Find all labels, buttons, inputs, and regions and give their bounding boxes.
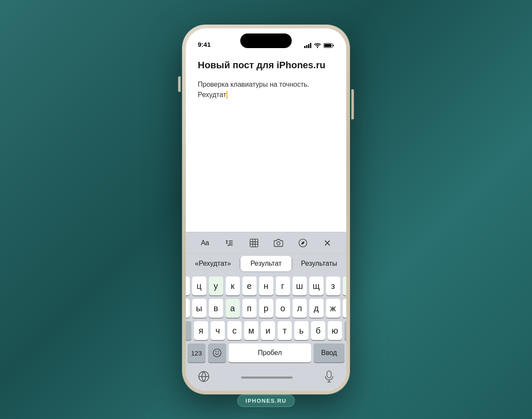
key-enter[interactable]: Ввод <box>314 343 345 362</box>
key-й[interactable]: й <box>186 276 190 295</box>
format-text-button[interactable]: Aa <box>197 235 213 251</box>
svg-rect-5 <box>333 45 334 46</box>
key-е[interactable]: е <box>242 276 257 295</box>
key-row-2: ф ы в а п р о л д ж э <box>187 299 345 318</box>
autocorrect-option1[interactable]: «Рехудтат» <box>187 256 239 271</box>
phone-frame: 9:41 <box>182 25 350 394</box>
key-з[interactable]: з <box>326 276 340 295</box>
close-toolbar-button[interactable] <box>320 235 335 251</box>
key-н[interactable]: н <box>259 276 273 295</box>
key-с[interactable]: с <box>227 321 242 340</box>
post-title: Новый пост для iPhones.ru <box>198 59 334 72</box>
svg-rect-1 <box>306 45 308 48</box>
keyboard: й ц у к е н г ш щ з х ф ы в а <box>186 273 346 367</box>
emoji-icon <box>212 348 222 358</box>
key-ш[interactable]: ш <box>293 276 307 295</box>
divider2 <box>292 258 293 269</box>
microphone-button[interactable] <box>324 370 334 384</box>
compass-button[interactable] <box>295 235 311 251</box>
key-и[interactable]: и <box>261 321 275 340</box>
globe-button[interactable] <box>198 370 210 384</box>
key-п[interactable]: п <box>242 299 257 318</box>
close-icon <box>323 238 332 248</box>
key-э[interactable]: э <box>343 299 347 318</box>
wifi-icon <box>314 43 321 48</box>
key-а[interactable]: а <box>226 299 240 318</box>
key-shift[interactable] <box>186 321 191 340</box>
status-icons <box>304 43 334 48</box>
key-row-1: й ц у к е н г ш щ з х <box>187 276 345 295</box>
home-indicator-spacer <box>241 376 293 379</box>
watermark-text: IPHONES.RU <box>245 398 287 404</box>
divider1 <box>239 258 240 269</box>
autocorrect-option3[interactable]: Результаты <box>293 256 345 271</box>
key-я[interactable]: я <box>194 321 208 340</box>
screen-content: Новый пост для iPhones.ru Проверка клави… <box>186 51 346 391</box>
key-emoji[interactable] <box>208 343 226 362</box>
key-row-4: 123 Пробел Ввод <box>187 343 345 362</box>
battery-icon <box>323 43 334 48</box>
text-line1: Проверка клавиатуры на точность. <box>198 81 309 88</box>
key-backspace[interactable] <box>345 321 346 340</box>
list-button[interactable] <box>222 235 237 251</box>
key-space[interactable]: Пробел <box>229 343 311 362</box>
content-area[interactable]: Новый пост для iPhones.ru Проверка клави… <box>186 51 346 232</box>
watermark-badge: IPHONES.RU <box>237 395 295 407</box>
post-text[interactable]: Проверка клавиатуры на точность. Рехудта… <box>198 79 334 232</box>
key-т[interactable]: т <box>278 321 292 340</box>
svg-point-17 <box>277 242 280 245</box>
key-ю[interactable]: ю <box>328 321 342 340</box>
key-р[interactable]: р <box>259 299 273 318</box>
key-ф[interactable]: ф <box>186 299 190 318</box>
key-б[interactable]: б <box>311 321 325 340</box>
key-ц[interactable]: ц <box>192 276 206 295</box>
key-у[interactable]: у <box>209 276 223 295</box>
key-ж[interactable]: ж <box>326 299 340 318</box>
list-icon <box>225 238 234 248</box>
shift-icon <box>186 327 186 334</box>
keyboard-toolbar: Aa <box>186 232 346 253</box>
svg-point-7 <box>226 240 227 242</box>
globe-icon <box>198 370 210 383</box>
signal-icon <box>304 43 311 48</box>
key-ь[interactable]: ь <box>294 321 308 340</box>
text-line2: Рехудтат <box>198 91 226 98</box>
key-г[interactable]: г <box>276 276 290 295</box>
key-о[interactable]: о <box>276 299 290 318</box>
key-в[interactable]: в <box>209 299 223 318</box>
svg-point-24 <box>213 349 221 357</box>
key-щ[interactable]: щ <box>309 276 323 295</box>
key-ч[interactable]: ч <box>211 321 225 340</box>
key-д[interactable]: д <box>309 299 323 318</box>
svg-rect-2 <box>308 44 309 48</box>
key-л[interactable]: л <box>293 299 307 318</box>
svg-rect-0 <box>304 46 305 48</box>
key-row-3: я ч с м и т ь б ю <box>187 321 345 340</box>
svg-rect-6 <box>324 44 332 47</box>
key-х[interactable]: х <box>343 276 347 295</box>
svg-point-8 <box>226 242 227 244</box>
key-numbers[interactable]: 123 <box>187 343 206 362</box>
dynamic-island <box>240 33 292 48</box>
key-м[interactable]: м <box>244 321 258 340</box>
camera-button[interactable] <box>271 235 286 251</box>
camera-icon <box>274 238 283 248</box>
svg-rect-12 <box>250 239 257 246</box>
phone-screen: 9:41 <box>186 28 346 391</box>
table-button[interactable] <box>246 235 262 251</box>
compass-icon <box>298 238 308 248</box>
autocorrect-bar: «Рехудтат» Результат Результаты <box>186 253 346 273</box>
key-к[interactable]: к <box>226 276 240 295</box>
autocorrect-option2[interactable]: Результат <box>241 256 292 271</box>
text-cursor <box>227 91 227 99</box>
svg-rect-28 <box>327 371 331 378</box>
microphone-icon <box>324 370 334 383</box>
bottom-bar <box>186 367 346 391</box>
table-icon <box>249 238 259 248</box>
status-time: 9:41 <box>198 41 211 48</box>
svg-rect-3 <box>310 43 311 48</box>
svg-marker-19 <box>301 241 305 245</box>
key-ы[interactable]: ы <box>192 299 206 318</box>
